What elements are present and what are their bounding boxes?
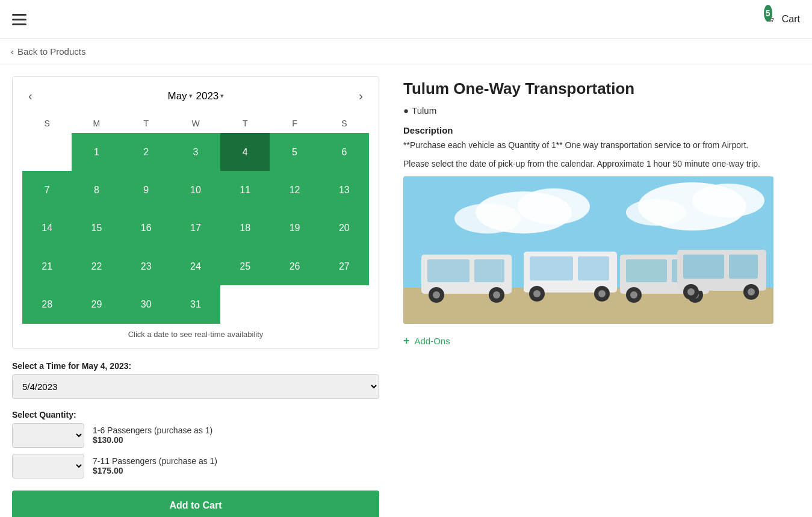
description-paragraph: **Purchase each vehicle as Quantity of 1…	[403, 139, 783, 152]
table-row: 19	[270, 209, 319, 247]
table-row: 13	[320, 171, 369, 209]
calendar-year-select[interactable]: 2023	[196, 90, 219, 102]
calendar-day-button[interactable]: 5	[270, 133, 319, 171]
quantity-price: $175.00	[93, 466, 217, 475]
calendar-month-select[interactable]: May	[168, 90, 188, 102]
svg-rect-11	[427, 259, 470, 282]
calendar-day-button[interactable]: 12	[270, 171, 319, 209]
time-select-section: Select a Time for May 4, 2023: 5/4/2023	[12, 361, 379, 399]
calendar-day-button[interactable]: 23	[122, 247, 171, 285]
calendar-day-button[interactable]: 11	[220, 171, 270, 209]
menu-button[interactable]	[12, 14, 26, 25]
calendar-day-button[interactable]: 19	[270, 209, 319, 247]
calendar-day-button[interactable]: 22	[72, 247, 121, 285]
quantity-label: Select Quantity:	[12, 410, 379, 419]
table-row: 16	[122, 209, 171, 247]
table-row: 10	[171, 171, 220, 209]
quantity-select-2[interactable]: 12345678910	[12, 454, 84, 478]
quantity-description: 1-6 Passengers (purchase as 1)	[93, 426, 212, 435]
addons-label: Add-Ons	[415, 336, 450, 346]
table-row: 31	[171, 285, 220, 323]
svg-rect-18	[530, 256, 573, 280]
calendar-prev-button[interactable]: ‹	[22, 87, 39, 105]
calendar-day-button[interactable]: 20	[320, 209, 369, 247]
svg-point-16	[493, 291, 500, 299]
table-row: 21	[22, 247, 72, 285]
calendar-empty-cell	[270, 285, 319, 323]
calendar-day-button[interactable]: 13	[320, 171, 369, 209]
table-row: 22	[72, 247, 121, 285]
calendar-header: ‹ May ▾ 2023 ▾ ›	[22, 87, 369, 105]
calendar-day-button[interactable]: 2	[122, 133, 171, 171]
calendar-day-button[interactable]: 28	[22, 285, 72, 323]
calendar-day-button[interactable]: 18	[220, 209, 270, 247]
calendar-day-header: T	[122, 114, 171, 133]
calendar-day-button[interactable]: 6	[320, 133, 369, 171]
description-body: **Purchase each vehicle as Quantity of 1…	[403, 139, 783, 170]
calendar-day-button[interactable]: 1	[72, 133, 121, 171]
back-to-products-link[interactable]: ‹ Back to Products	[11, 46, 85, 57]
location-icon: ●	[403, 105, 409, 116]
calendar-day-button[interactable]: 24	[171, 247, 220, 285]
header: 5 Cart	[0, 0, 812, 39]
table-row: 4	[220, 133, 270, 171]
calendar-day-header: S	[22, 114, 72, 133]
product-location: ● Tulum	[403, 105, 783, 116]
table-row: 7	[22, 171, 72, 209]
chevron-left-icon: ‹	[11, 46, 14, 57]
addons-section[interactable]: + Add-Ons	[403, 335, 783, 347]
svg-point-8	[626, 199, 686, 226]
calendar-day-button[interactable]: 14	[22, 209, 72, 247]
cart-button[interactable]: 5 Cart	[758, 11, 800, 28]
calendar: ‹ May ▾ 2023 ▾ ›	[12, 76, 379, 349]
year-dropdown-arrow: ▾	[220, 92, 224, 100]
calendar-next-button[interactable]: ›	[353, 87, 369, 105]
table-row: 26	[270, 247, 319, 285]
svg-point-28	[630, 291, 637, 299]
cart-label: Cart	[782, 14, 800, 25]
svg-point-35	[687, 288, 695, 296]
back-bar: ‹ Back to Products	[0, 39, 812, 64]
product-location-text: Tulum	[412, 105, 436, 116]
calendar-day-button[interactable]: 29	[72, 285, 121, 323]
calendar-grid: SMTWTFS 12345678910111213141516171819202…	[22, 114, 369, 324]
main-layout: ‹ May ▾ 2023 ▾ ›	[0, 64, 795, 517]
quantity-select-1[interactable]: 12345678910	[12, 423, 84, 448]
calendar-day-header: T	[220, 114, 270, 133]
svg-point-1	[772, 21, 773, 22]
calendar-day-button[interactable]: 4	[220, 133, 270, 171]
time-select-dropdown[interactable]: 5/4/2023	[12, 374, 379, 399]
right-panel: Tulum One-Way Transportation ● Tulum Des…	[403, 76, 783, 517]
calendar-day-button[interactable]: 3	[171, 133, 220, 171]
calendar-day-button[interactable]: 31	[171, 285, 220, 323]
calendar-empty-cell	[320, 285, 369, 323]
left-panel: ‹ May ▾ 2023 ▾ ›	[12, 76, 379, 517]
svg-point-37	[748, 288, 755, 296]
calendar-day-button[interactable]: 27	[320, 247, 369, 285]
back-to-products-label: Back to Products	[17, 46, 85, 57]
table-row	[270, 285, 319, 323]
calendar-day-header: S	[320, 114, 369, 133]
table-row: 24	[171, 247, 220, 285]
calendar-day-button[interactable]: 26	[270, 247, 319, 285]
calendar-day-button[interactable]: 10	[171, 171, 220, 209]
calendar-day-button[interactable]: 16	[122, 209, 171, 247]
table-row: 9	[122, 171, 171, 209]
table-row: 28	[22, 285, 72, 323]
calendar-day-button[interactable]: 9	[122, 171, 171, 209]
svg-rect-25	[626, 259, 667, 282]
calendar-day-button[interactable]: 17	[171, 209, 220, 247]
quantity-row: 123456789101-6 Passengers (purchase as 1…	[12, 423, 379, 448]
svg-point-5	[454, 203, 521, 234]
svg-rect-19	[578, 256, 609, 280]
calendar-day-button[interactable]: 30	[122, 285, 171, 323]
calendar-day-button[interactable]: 25	[220, 247, 270, 285]
table-row: 25	[220, 247, 270, 285]
calendar-day-button[interactable]: 7	[22, 171, 72, 209]
add-to-cart-button[interactable]: Add to Cart	[12, 491, 379, 517]
calendar-day-button[interactable]: 8	[72, 171, 121, 209]
table-row: 3	[171, 133, 220, 171]
calendar-day-button[interactable]: 21	[22, 247, 72, 285]
calendar-day-button[interactable]: 15	[72, 209, 121, 247]
table-row: 23	[122, 247, 171, 285]
